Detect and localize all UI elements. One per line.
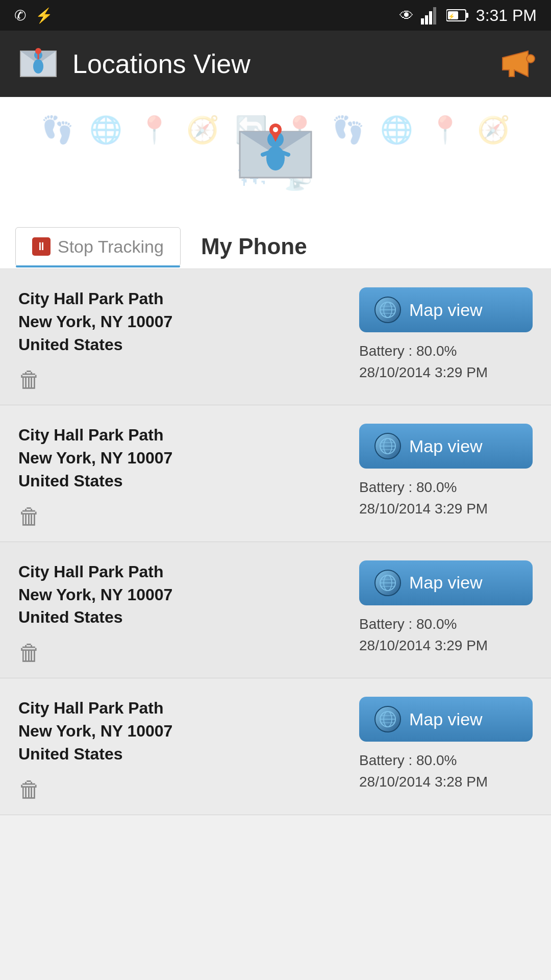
location-address-2: City Hall Park PathNew York, NY 10007Uni… <box>18 560 344 629</box>
location-right-0: Map view Battery : 80.0%28/10/2014 3:29 … <box>359 287 533 383</box>
app-bar-left: Locations View <box>15 41 251 87</box>
status-time: 3:31 PM <box>476 6 537 25</box>
app-logo <box>15 41 61 87</box>
svg-point-11 <box>33 59 43 74</box>
map-view-label-3: Map view <box>409 709 483 729</box>
map-view-button-2[interactable]: Map view <box>359 560 533 605</box>
usb-icon: ⚡ <box>35 7 53 24</box>
bg-icon-8: 🌐 <box>380 114 413 145</box>
trash-icon-0[interactable]: 🗑 <box>18 367 41 392</box>
status-bar-left: ✆ ⚡ <box>14 7 53 24</box>
map-view-button-0[interactable]: Map view <box>359 287 533 332</box>
missed-call-icon: ✆ <box>14 7 26 24</box>
hero-center-logo <box>235 111 316 195</box>
notification-icon[interactable] <box>495 43 536 84</box>
location-meta-3: Battery : 80.0%28/10/2014 3:28 PM <box>359 750 488 793</box>
pause-icon <box>32 237 51 256</box>
location-meta-2: Battery : 80.0%28/10/2014 3:29 PM <box>359 614 488 656</box>
map-view-button-1[interactable]: Map view <box>359 424 533 469</box>
svg-rect-3 <box>433 7 436 24</box>
map-btn-icon-0 <box>374 297 401 323</box>
bg-icon-2: 🌐 <box>89 114 122 145</box>
hero-banner: 👣 🌐 📍 🧭 🔄 📍 👣 🌐 📍 🧭 🗺 📡 <box>0 97 551 209</box>
location-item: City Hall Park PathNew York, NY 10007Uni… <box>0 678 551 815</box>
bg-icon-4: 🧭 <box>186 114 219 145</box>
svg-rect-5 <box>466 13 468 18</box>
trash-icon-1[interactable]: 🗑 <box>18 504 41 529</box>
status-bar: ✆ ⚡ 👁 ⚡ 3:31 PM <box>0 0 551 31</box>
location-meta-1: Battery : 80.0%28/10/2014 3:29 PM <box>359 477 488 520</box>
bg-icon-3: 📍 <box>138 114 171 145</box>
tabs-section: Stop Tracking My Phone <box>0 209 551 269</box>
app-bar-title: Locations View <box>72 48 251 79</box>
location-item: City Hall Park PathNew York, NY 10007Uni… <box>0 269 551 405</box>
location-right-1: Map view Battery : 80.0%28/10/2014 3:29 … <box>359 424 533 520</box>
svg-rect-0 <box>421 18 424 24</box>
svg-rect-2 <box>429 11 432 24</box>
battery-icon: ⚡ <box>446 8 469 22</box>
location-list: City Hall Park PathNew York, NY 10007Uni… <box>0 269 551 815</box>
svg-rect-1 <box>425 15 428 24</box>
location-address-3: City Hall Park PathNew York, NY 10007Uni… <box>18 697 344 765</box>
bg-icon-1: 👣 <box>41 114 74 145</box>
location-left-1: City Hall Park PathNew York, NY 10007Uni… <box>18 424 344 529</box>
map-view-label-2: Map view <box>409 573 483 593</box>
svg-point-24 <box>273 127 278 132</box>
location-item: City Hall Park PathNew York, NY 10007Uni… <box>0 405 551 542</box>
map-view-button-3[interactable]: Map view <box>359 697 533 742</box>
tab-my-phone[interactable]: My Phone <box>181 225 328 268</box>
location-left-0: City Hall Park PathNew York, NY 10007Uni… <box>18 287 344 393</box>
location-right-2: Map view Battery : 80.0%28/10/2014 3:29 … <box>359 560 533 656</box>
map-btn-icon-2 <box>374 570 401 596</box>
svg-point-15 <box>527 55 535 63</box>
svg-text:⚡: ⚡ <box>448 13 455 20</box>
signal-icon <box>421 6 439 24</box>
svg-point-12 <box>35 48 41 54</box>
stop-tracking-label: Stop Tracking <box>58 237 164 257</box>
status-bar-right: 👁 ⚡ 3:31 PM <box>399 6 537 25</box>
location-meta-0: Battery : 80.0%28/10/2014 3:29 PM <box>359 340 488 383</box>
bg-icon-9: 📍 <box>429 114 462 145</box>
map-btn-icon-1 <box>374 433 401 459</box>
map-view-label-1: Map view <box>409 436 483 456</box>
tab-stop-tracking[interactable]: Stop Tracking <box>15 227 181 266</box>
location-left-3: City Hall Park PathNew York, NY 10007Uni… <box>18 697 344 802</box>
location-address-0: City Hall Park PathNew York, NY 10007Uni… <box>18 287 344 356</box>
location-address-1: City Hall Park PathNew York, NY 10007Uni… <box>18 424 344 492</box>
bg-icon-7: 👣 <box>332 114 365 145</box>
map-view-label-0: Map view <box>409 300 483 320</box>
location-item: City Hall Park PathNew York, NY 10007Uni… <box>0 542 551 678</box>
location-right-3: Map view Battery : 80.0%28/10/2014 3:28 … <box>359 697 533 793</box>
bg-icon-10: 🧭 <box>477 114 510 145</box>
trash-icon-3[interactable]: 🗑 <box>18 777 41 802</box>
location-left-2: City Hall Park PathNew York, NY 10007Uni… <box>18 560 344 666</box>
app-bar: Locations View <box>0 31 551 97</box>
trash-icon-2[interactable]: 🗑 <box>18 640 41 665</box>
svg-marker-14 <box>503 51 528 77</box>
map-btn-icon-3 <box>374 706 401 732</box>
eye-icon: 👁 <box>399 7 414 24</box>
